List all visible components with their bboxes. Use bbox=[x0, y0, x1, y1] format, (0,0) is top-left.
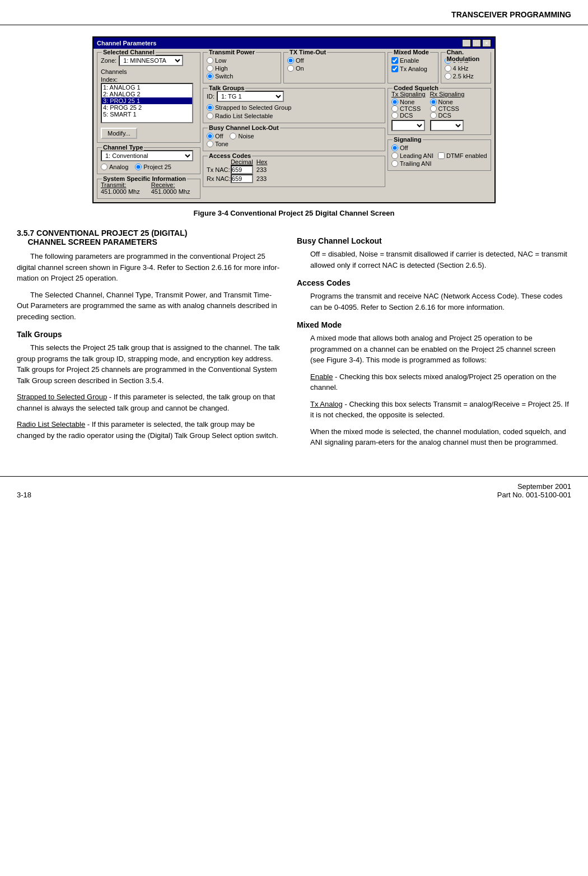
power-high-item[interactable]: High bbox=[207, 65, 277, 72]
radio-list-item[interactable]: Radio List Selectable bbox=[207, 113, 381, 119]
power-high-radio[interactable] bbox=[207, 65, 213, 72]
busy-off-radio[interactable] bbox=[207, 133, 213, 139]
mod-2.5khz-radio[interactable] bbox=[445, 73, 451, 80]
mixed-mode-row: Mixed Mode Enable Tx Analog bbox=[388, 52, 491, 83]
rx-none-item[interactable]: None bbox=[430, 99, 465, 105]
receive-value: 451.0000 Mhz bbox=[151, 188, 190, 195]
maximize-button[interactable]: □ bbox=[472, 39, 481, 47]
tx-ctcss-item[interactable]: CTCSS bbox=[391, 105, 426, 112]
mod-4khz-radio[interactable] bbox=[445, 65, 451, 72]
body-text: 3.5.7 CONVENTIONAL PROJECT 25 (DIGITAL) … bbox=[17, 229, 571, 454]
tx-timeout-label: TX Time-Out bbox=[288, 49, 327, 55]
channel-type-select[interactable]: 1: Conventional bbox=[101, 150, 193, 161]
tx-nac-decimal-input[interactable] bbox=[231, 165, 253, 174]
tx-timeout-group: TX Time-Out Off On bbox=[283, 52, 385, 83]
tx-sig-select[interactable] bbox=[391, 120, 425, 131]
busy-channel-heading: Busy Channel Lockout bbox=[297, 236, 571, 245]
power-low-item[interactable]: Low bbox=[207, 57, 277, 64]
rx-ctcss-radio[interactable] bbox=[430, 105, 437, 112]
page-number: 3-18 bbox=[17, 491, 31, 499]
timeout-off-item[interactable]: Off bbox=[287, 57, 381, 64]
talk-groups-para: This selects the Project 25 talk group t… bbox=[17, 342, 280, 386]
mod-2.5khz-item[interactable]: 2.5 kHz bbox=[445, 73, 488, 80]
analog-radio[interactable] bbox=[101, 164, 108, 170]
busy-channel-para: Off = disabled, Noise = transmit disallo… bbox=[310, 249, 571, 271]
busy-tone-item[interactable]: Tone bbox=[207, 141, 381, 147]
timeout-on-label: On bbox=[296, 65, 304, 72]
coded-squelch-label: Coded Squelch bbox=[393, 85, 440, 91]
radio-list-radio[interactable] bbox=[207, 113, 213, 119]
enable-checkbox[interactable] bbox=[391, 57, 398, 64]
dialog-body: Selected Channel Zone: 1: MINNESOTA Chan… bbox=[94, 49, 494, 202]
analog-radio-item[interactable]: Analog bbox=[101, 164, 128, 170]
power-switch-radio[interactable] bbox=[207, 73, 213, 80]
sig-trailing-ani-radio[interactable] bbox=[391, 160, 398, 167]
timeout-on-radio[interactable] bbox=[287, 65, 294, 72]
project25-radio-item[interactable]: Project 25 bbox=[135, 164, 171, 170]
dtmf-label: DTMF enabled bbox=[446, 152, 487, 159]
enable-underline: Enable bbox=[310, 372, 333, 381]
left-para1: The following parameters are programmed … bbox=[17, 251, 280, 284]
dtmf-checkbox-item[interactable]: DTMF enabled bbox=[438, 152, 487, 159]
strapped-group-item[interactable]: Strapped to Selected Group bbox=[207, 104, 381, 111]
tx-none-item[interactable]: None bbox=[391, 99, 426, 105]
power-switch-item[interactable]: Switch bbox=[207, 73, 277, 80]
power-low-radio[interactable] bbox=[207, 57, 213, 64]
rx-signaling-col: Rx Signaling None CTCSS bbox=[430, 91, 465, 131]
figure-container: Channel Parameters _ □ × Selected Channe… bbox=[17, 36, 571, 217]
rx-ctcss-item[interactable]: CTCSS bbox=[430, 105, 465, 112]
busy-noise-radio[interactable] bbox=[230, 133, 236, 139]
busy-noise-item[interactable]: Noise bbox=[230, 133, 254, 139]
tx-none-radio[interactable] bbox=[391, 99, 398, 105]
radio-list-label: Radio List Selectable bbox=[215, 113, 273, 119]
sig-leading-ani-radio[interactable] bbox=[391, 152, 398, 159]
figure-caption: Figure 3-4 Conventional Project 25 Digit… bbox=[193, 209, 394, 217]
mod-4khz-item[interactable]: 4 kHz bbox=[445, 65, 488, 72]
busy-channel-group: Busy Channel Lock-Out Off Noi bbox=[203, 128, 385, 151]
busy-off-item[interactable]: Off bbox=[207, 133, 223, 139]
rx-dcs-radio[interactable] bbox=[430, 112, 437, 119]
minimize-button[interactable]: _ bbox=[462, 39, 471, 47]
rx-sig-select[interactable] bbox=[430, 120, 464, 131]
sig-trailing-ani-item[interactable]: Trailing ANI bbox=[391, 160, 487, 167]
zone-select[interactable]: 1: MINNESOTA bbox=[119, 55, 183, 66]
mixed-mode-label: Mixed Mode bbox=[393, 49, 430, 55]
list-item[interactable]: 1: ANALOG 1 bbox=[102, 84, 192, 91]
timeout-on-item[interactable]: On bbox=[287, 65, 381, 72]
zone-row: Zone: 1: MINNESOTA bbox=[101, 55, 197, 66]
rx-dcs-item[interactable]: DCS bbox=[430, 112, 465, 119]
figure-caption-text: Conventional Project 25 Digital Channel … bbox=[228, 209, 395, 217]
tx-dcs-radio[interactable] bbox=[391, 112, 398, 119]
tx-ctcss-radio[interactable] bbox=[391, 105, 398, 112]
sig-off-radio[interactable] bbox=[391, 145, 398, 151]
rx-nac-decimal-input[interactable] bbox=[231, 174, 253, 183]
list-item-selected[interactable]: 3: PROJ 25 1 bbox=[102, 97, 192, 104]
list-item[interactable]: 2: ANALOG 2 bbox=[102, 91, 192, 97]
transmit-power-label: Transmit Power bbox=[208, 49, 256, 55]
strapped-para: Strapped to Selected Group - If this par… bbox=[17, 392, 280, 413]
list-item[interactable]: 5: SMART 1 bbox=[102, 111, 192, 118]
top-row: Transmit Power Low High bbox=[203, 52, 385, 83]
list-item[interactable]: 4: PROG 25 2 bbox=[102, 104, 192, 111]
rx-nac-hex-value: 233 bbox=[256, 175, 267, 182]
modify-button[interactable]: Modify... bbox=[101, 128, 137, 139]
busy-tone-radio[interactable] bbox=[207, 141, 213, 147]
tx-analog-label: Tx Analog bbox=[400, 66, 427, 72]
analog-project25-row: Analog Project 25 bbox=[101, 164, 197, 170]
project25-radio[interactable] bbox=[135, 164, 142, 170]
enable-checkbox-item[interactable]: Enable bbox=[391, 57, 435, 64]
close-button[interactable]: × bbox=[482, 39, 491, 47]
timeout-off-radio[interactable] bbox=[287, 57, 294, 64]
tg-id-select[interactable]: 1: TG 1 bbox=[217, 91, 284, 102]
receive-col: Receive: 451.0000 Mhz bbox=[151, 181, 190, 195]
tx-analog-checkbox-item[interactable]: Tx Analog bbox=[391, 66, 435, 72]
tx-dcs-item[interactable]: DCS bbox=[391, 112, 426, 119]
dtmf-checkbox[interactable] bbox=[438, 152, 445, 159]
rx-none-radio[interactable] bbox=[430, 99, 437, 105]
strapped-group-radio[interactable] bbox=[207, 104, 213, 111]
mixed-mode-heading: Mixed Mode bbox=[297, 320, 571, 329]
sig-leading-ani-item[interactable]: Leading ANI bbox=[391, 152, 433, 159]
channels-listbox[interactable]: 1: ANALOG 1 2: ANALOG 2 3: PROJ 25 1 4: … bbox=[101, 83, 193, 123]
tx-analog-checkbox[interactable] bbox=[391, 66, 398, 72]
sig-off-item[interactable]: Off bbox=[391, 145, 487, 151]
